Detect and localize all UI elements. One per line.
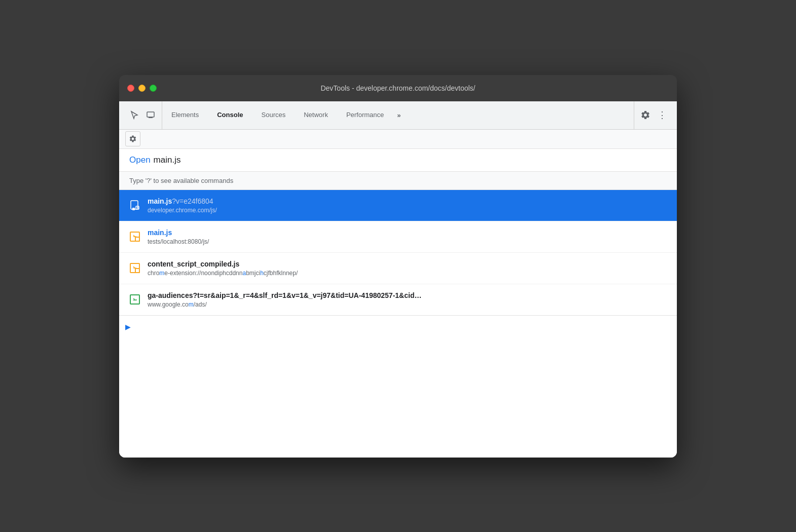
svg-rect-1 <box>149 117 153 118</box>
tab-console[interactable]: Console <box>208 101 252 129</box>
result-item-2[interactable]: main.js tests/localhost:8080/js/ <box>119 221 677 253</box>
sidebar-collapse-arrow[interactable]: ▶ <box>125 323 131 331</box>
result-3-content: content_script_compiled.js chrome-extens… <box>148 260 667 277</box>
js-file-icon-1 <box>130 200 140 210</box>
hint-row: Type '?' to see available commands <box>119 172 677 190</box>
title-bar: DevTools - developer.chrome.com/docs/dev… <box>119 75 677 101</box>
result-3-filename: content_script_compiled.js <box>148 260 667 268</box>
gear-icon <box>640 110 650 120</box>
svg-rect-0 <box>147 112 154 117</box>
cursor-icon <box>130 110 139 120</box>
result-3-icon <box>129 262 140 274</box>
toolbar-tabs: Elements Console Sources Network Perform… <box>162 101 634 129</box>
tab-sources[interactable]: Sources <box>252 101 295 129</box>
js-file-icon-3 <box>130 263 140 273</box>
settings-button[interactable] <box>638 108 653 122</box>
panel-gear-icon <box>129 135 137 143</box>
result-4-filename: ga-audiences?t=sr&aip=1&_r=4&slf_rd=1&v=… <box>148 291 667 299</box>
result-4-path: www.google.com/ads/ <box>148 301 667 308</box>
tab-network[interactable]: Network <box>295 101 337 129</box>
result-4-content: ga-audiences?t=sr&aip=1&_r=4&slf_rd=1&v=… <box>148 291 667 308</box>
result-2-icon <box>129 231 140 242</box>
devtools-toolbar: Elements Console Sources Network Perform… <box>119 101 677 130</box>
content-area: ▶ <box>119 316 677 458</box>
device-toolbar-button[interactable] <box>143 108 158 122</box>
result-item-4[interactable]: ga-audiences?t=sr&aip=1&_r=4&slf_rd=1&v=… <box>119 284 677 315</box>
devtools-panel: Elements Console Sources Network Perform… <box>119 101 677 458</box>
result-1-content: main.js?v=e24f6804 developer.chrome.com/… <box>148 197 667 214</box>
close-button[interactable] <box>127 85 134 92</box>
sources-panel-icon[interactable] <box>125 131 140 146</box>
select-element-button[interactable] <box>127 108 141 122</box>
more-options-icon: ⋮ <box>658 110 666 120</box>
maximize-button[interactable] <box>150 85 157 92</box>
toolbar-icons <box>123 101 162 129</box>
result-item-3[interactable]: content_script_compiled.js chrome-extens… <box>119 253 677 284</box>
tab-performance[interactable]: Performance <box>337 101 393 129</box>
window-title: DevTools - developer.chrome.com/docs/dev… <box>320 84 475 92</box>
command-input-row: Open <box>119 149 677 172</box>
minimize-button[interactable] <box>138 85 146 92</box>
result-1-path: developer.chrome.com/js/ <box>148 207 667 214</box>
result-4-icon <box>129 294 140 305</box>
device-icon <box>146 110 155 120</box>
traffic-lights <box>127 85 157 92</box>
toolbar-right: ⋮ <box>634 101 673 129</box>
image-file-icon-4 <box>130 294 140 305</box>
svg-point-10 <box>133 298 134 299</box>
result-1-filename: main.js?v=e24f6804 <box>148 197 667 205</box>
svg-rect-3 <box>132 208 135 210</box>
js-file-icon-2 <box>130 232 140 242</box>
result-2-filename: main.js <box>148 229 667 237</box>
browser-window: DevTools - developer.chrome.com/docs/dev… <box>119 75 677 458</box>
sources-toolbar <box>119 130 677 149</box>
more-tabs-button[interactable]: » <box>393 101 405 129</box>
result-1-icon <box>129 200 140 211</box>
command-palette: Open Type '?' to see available commands <box>119 149 677 316</box>
result-3-path: chrome-extension://noondiphcddnnabmjcihc… <box>148 270 667 277</box>
tab-elements[interactable]: Elements <box>162 101 208 129</box>
command-prefix: Open <box>129 155 151 165</box>
more-options-button[interactable]: ⋮ <box>655 108 669 122</box>
result-2-content: main.js tests/localhost:8080/js/ <box>148 229 667 245</box>
result-2-path: tests/localhost:8080/js/ <box>148 238 667 245</box>
result-item-1[interactable]: main.js?v=e24f6804 developer.chrome.com/… <box>119 190 677 221</box>
command-input[interactable] <box>154 155 667 165</box>
